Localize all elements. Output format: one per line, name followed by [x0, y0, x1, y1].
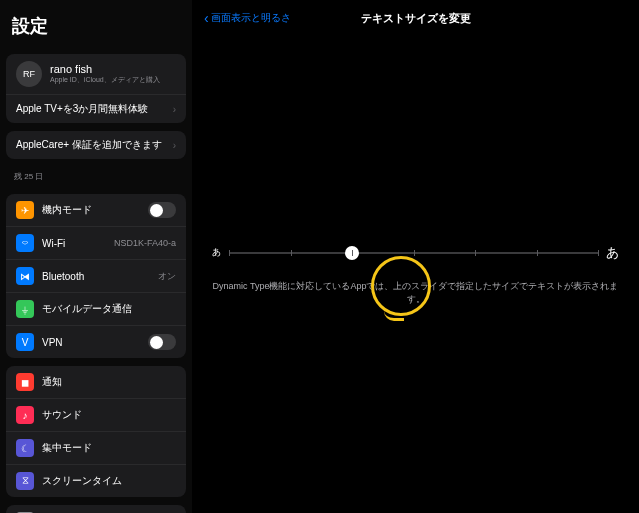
row-label: 機内モード — [42, 203, 148, 217]
avatar: RF — [16, 61, 42, 87]
row-label: 通知 — [42, 375, 176, 389]
sidebar-item-notifications[interactable]: ◼通知 — [6, 366, 186, 399]
back-button[interactable]: ‹ 画面表示と明るさ — [204, 10, 291, 26]
row-label: 集中モード — [42, 441, 176, 455]
connectivity-section: ✈機内モード⌔Wi-FiNSD1K-FA40-a⧒Bluetoothオン⏚モバイ… — [6, 194, 186, 358]
airplane-toggle[interactable] — [148, 202, 176, 218]
slider-tick — [598, 250, 599, 256]
chevron-icon: › — [173, 140, 176, 151]
vpn-toggle[interactable] — [148, 334, 176, 350]
row-label: Bluetooth — [42, 271, 158, 282]
applecare-row[interactable]: AppleCare+ 保証を追加できます › — [6, 131, 186, 159]
row-label: モバイルデータ通信 — [42, 302, 176, 316]
sidebar-item-mobiledata[interactable]: ⏚モバイルデータ通信 — [6, 293, 186, 326]
row-label: スクリーンタイム — [42, 474, 176, 488]
slider-tick — [352, 250, 353, 256]
slider-tick — [475, 250, 476, 256]
profile-sub: Apple ID、iCloud、メディアと購入 — [50, 75, 160, 85]
sidebar-item-wifi[interactable]: ⌔Wi-FiNSD1K-FA40-a — [6, 227, 186, 260]
sidebar-item-vpn[interactable]: VVPN — [6, 326, 186, 358]
profile-section: RF rano fish Apple ID、iCloud、メディアと購入 App… — [6, 54, 186, 123]
sidebar-item-sound[interactable]: ♪サウンド — [6, 399, 186, 432]
applecare-note: 残 25 日 — [0, 167, 192, 186]
sidebar-item-bluetooth[interactable]: ⧒Bluetoothオン — [6, 260, 186, 293]
focus-icon: ☾ — [16, 439, 34, 457]
profile-row[interactable]: RF rano fish Apple ID、iCloud、メディアと購入 — [6, 54, 186, 95]
main-pane: ‹ 画面表示と明るさ テキストサイズを変更 あ あ Dynamic Type機能… — [192, 0, 639, 513]
appletv-row[interactable]: Apple TV+を3か月間無料体験 › — [6, 95, 186, 123]
airplane-icon: ✈ — [16, 201, 34, 219]
description-text: Dynamic Type機能に対応しているAppでは、上のスライダで指定したサイ… — [212, 280, 619, 306]
appletv-label: Apple TV+を3か月間無料体験 — [16, 102, 169, 116]
sidebar-item-screentime[interactable]: ⧖スクリーンタイム — [6, 465, 186, 497]
screentime-icon: ⧖ — [16, 472, 34, 490]
slider-tick — [537, 250, 538, 256]
sidebar-item-general[interactable]: ⚙一般 — [6, 505, 186, 513]
notifications-icon: ◼ — [16, 373, 34, 391]
sound-icon: ♪ — [16, 406, 34, 424]
notifications-section: ◼通知♪サウンド☾集中モード⧖スクリーンタイム — [6, 366, 186, 497]
back-label: 画面表示と明るさ — [211, 11, 291, 25]
row-value: オン — [158, 270, 176, 283]
sidebar-title: 設定 — [0, 0, 192, 46]
row-label: VPN — [42, 337, 148, 348]
back-chevron-icon: ‹ — [204, 10, 209, 26]
vpn-icon: V — [16, 333, 34, 351]
slider-tick — [229, 250, 230, 256]
slider-label-big: あ — [606, 244, 619, 262]
slider-label-small: あ — [212, 246, 221, 259]
settings-sidebar: 設定 RF rano fish Apple ID、iCloud、メディアと購入 … — [0, 0, 192, 513]
bluetooth-icon: ⧒ — [16, 267, 34, 285]
sidebar-item-focus[interactable]: ☾集中モード — [6, 432, 186, 465]
mobiledata-icon: ⏚ — [16, 300, 34, 318]
profile-name: rano fish — [50, 63, 160, 75]
slider-tick — [291, 250, 292, 256]
general-section: ⚙一般⊞コントロールセンターAA画面表示と明るさ▦ホーム画面とマルチタスク — [6, 505, 186, 513]
row-value: NSD1K-FA40-a — [114, 238, 176, 248]
row-label: Wi-Fi — [42, 238, 114, 249]
content-area: あ あ Dynamic Type機能に対応しているAppでは、上のスライダで指定… — [192, 36, 639, 513]
page-title: テキストサイズを変更 — [361, 11, 471, 26]
header: ‹ 画面表示と明るさ テキストサイズを変更 — [192, 0, 639, 36]
text-size-slider[interactable]: あ あ — [212, 244, 619, 262]
wifi-icon: ⌔ — [16, 234, 34, 252]
slider-track[interactable] — [229, 252, 598, 254]
row-label: サウンド — [42, 408, 176, 422]
applecare-label: AppleCare+ 保証を追加できます — [16, 138, 169, 152]
sidebar-item-airplane[interactable]: ✈機内モード — [6, 194, 186, 227]
applecare-section: AppleCare+ 保証を追加できます › — [6, 131, 186, 159]
slider-tick — [414, 250, 415, 256]
chevron-icon: › — [173, 104, 176, 115]
profile-text: rano fish Apple ID、iCloud、メディアと購入 — [50, 63, 160, 85]
